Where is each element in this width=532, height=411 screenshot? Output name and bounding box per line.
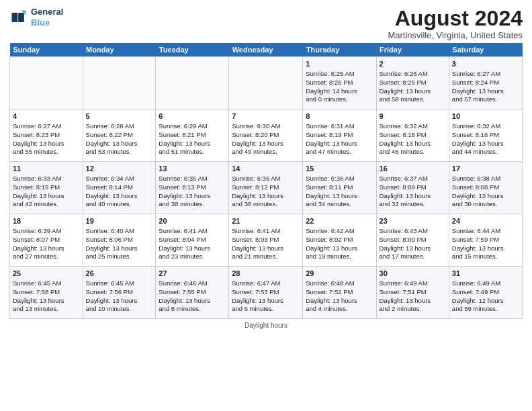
location: Martinsville, Virginia, United States <box>388 30 523 40</box>
day-number: 18 <box>13 216 80 226</box>
day-number: 22 <box>306 216 373 226</box>
day-info: Sunrise: 6:32 AM <box>452 122 519 131</box>
day-info: Sunset: 8:22 PM <box>86 131 153 140</box>
day-info: Daylight: 13 hours <box>232 192 300 201</box>
day-info: Sunset: 8:02 PM <box>306 236 373 244</box>
day-info: Sunset: 8:18 PM <box>380 131 446 140</box>
calendar-cell: 5Sunrise: 6:28 AMSunset: 8:22 PMDaylight… <box>83 109 156 162</box>
week-row-4: 18Sunrise: 6:39 AMSunset: 8:07 PMDayligh… <box>10 214 523 267</box>
day-number: 21 <box>232 216 300 226</box>
day-number: 4 <box>13 111 80 122</box>
day-info: Sunset: 8:12 PM <box>232 183 300 192</box>
day-info: Sunrise: 6:33 AM <box>13 175 80 183</box>
day-info: Sunset: 8:21 PM <box>159 131 226 140</box>
day-info: Daylight: 13 hours <box>306 244 373 253</box>
day-info: Daylight: 13 hours <box>13 192 80 201</box>
day-info: Sunrise: 6:36 AM <box>306 175 373 183</box>
day-info: and 25 minutes. <box>86 253 153 261</box>
calendar-cell: 3Sunrise: 6:27 AMSunset: 8:24 PMDaylight… <box>449 57 522 109</box>
day-info: and 58 minutes. <box>380 95 446 104</box>
day-info: Daylight: 13 hours <box>13 297 80 306</box>
day-info: and 40 minutes. <box>86 200 153 209</box>
day-info: Daylight: 13 hours <box>452 244 519 253</box>
day-info: and 17 minutes. <box>380 253 446 261</box>
day-info: and 49 minutes. <box>232 148 300 156</box>
day-info: Sunrise: 6:29 AM <box>159 122 226 131</box>
calendar-cell: 4Sunrise: 6:27 AMSunset: 8:23 PMDaylight… <box>10 109 83 162</box>
day-info: Daylight: 13 hours <box>452 140 519 148</box>
calendar-cell: 14Sunrise: 6:36 AMSunset: 8:12 PMDayligh… <box>229 162 303 214</box>
calendar-cell: 27Sunrise: 6:46 AMSunset: 7:55 PMDayligh… <box>156 267 229 319</box>
day-number: 17 <box>452 164 519 174</box>
day-number: 14 <box>232 164 300 174</box>
day-info: Sunrise: 6:31 AM <box>306 122 373 131</box>
calendar-cell: 20Sunrise: 6:41 AMSunset: 8:04 PMDayligh… <box>156 214 229 267</box>
day-number: 1 <box>306 59 373 69</box>
day-info: and 19 minutes. <box>306 253 373 261</box>
day-info: Sunrise: 6:46 AM <box>159 279 226 288</box>
day-info: and 2 minutes. <box>380 305 446 314</box>
day-info: and 10 minutes. <box>86 305 153 314</box>
day-number: 27 <box>159 269 226 279</box>
calendar-cell: 22Sunrise: 6:42 AMSunset: 8:02 PMDayligh… <box>303 214 376 267</box>
day-info: and 57 minutes. <box>452 95 519 104</box>
day-info: Sunrise: 6:41 AM <box>232 227 300 236</box>
col-thursday: Thursday <box>303 43 376 57</box>
day-info: Sunset: 8:23 PM <box>13 131 80 140</box>
calendar-cell: 2Sunrise: 6:26 AMSunset: 8:25 PMDaylight… <box>376 57 449 109</box>
svg-rect-2 <box>18 13 24 22</box>
day-info: and 55 minutes. <box>13 148 80 156</box>
calendar-cell <box>229 57 303 109</box>
page-container: General Blue August 2024 Martinsville, V… <box>0 0 532 333</box>
day-info: Sunrise: 6:27 AM <box>452 70 519 79</box>
calendar-cell: 17Sunrise: 6:38 AMSunset: 8:08 PMDayligh… <box>449 162 522 214</box>
day-number: 9 <box>380 111 446 122</box>
day-info: Sunset: 7:55 PM <box>159 288 226 297</box>
week-row-3: 11Sunrise: 6:33 AMSunset: 8:15 PMDayligh… <box>10 162 523 214</box>
day-info: Daylight: 13 hours <box>159 297 226 306</box>
day-info: Daylight: 13 hours <box>13 140 80 148</box>
day-number: 13 <box>159 164 226 174</box>
day-info: Daylight: 13 hours <box>306 140 373 148</box>
day-info: Daylight: 13 hours <box>232 140 300 148</box>
day-info: and 51 minutes. <box>159 148 226 156</box>
day-info: Sunrise: 6:41 AM <box>159 227 226 236</box>
day-info: Sunset: 7:52 PM <box>306 288 373 297</box>
day-info: Sunset: 8:20 PM <box>232 131 300 140</box>
calendar-cell: 13Sunrise: 6:35 AMSunset: 8:13 PMDayligh… <box>156 162 229 214</box>
header-row: Sunday Monday Tuesday Wednesday Thursday… <box>10 43 523 57</box>
day-info: Daylight: 13 hours <box>306 297 373 306</box>
footer-note: Daylight hours <box>9 322 523 329</box>
day-info: Daylight: 13 hours <box>380 140 446 148</box>
day-info: Daylight: 13 hours <box>159 192 226 201</box>
day-info: Sunset: 8:03 PM <box>232 236 300 244</box>
day-info: and 4 minutes. <box>306 305 373 314</box>
day-info: Sunrise: 6:49 AM <box>380 279 446 288</box>
day-info: and 23 minutes. <box>159 253 226 261</box>
day-number: 20 <box>159 216 226 226</box>
day-info: Sunrise: 6:36 AM <box>232 175 300 183</box>
day-info: Sunrise: 6:45 AM <box>13 279 80 288</box>
day-number: 5 <box>86 111 153 122</box>
svg-rect-1 <box>12 13 18 22</box>
calendar-cell: 6Sunrise: 6:29 AMSunset: 8:21 PMDaylight… <box>156 109 229 162</box>
day-info: Sunset: 8:11 PM <box>306 183 373 192</box>
day-info: Daylight: 13 hours <box>452 192 519 201</box>
calendar-cell: 7Sunrise: 6:30 AMSunset: 8:20 PMDaylight… <box>229 109 303 162</box>
day-info: Sunset: 8:00 PM <box>380 236 446 244</box>
day-info: Sunset: 8:19 PM <box>306 131 373 140</box>
day-info: Sunset: 7:56 PM <box>86 288 153 297</box>
day-info: and 53 minutes. <box>86 148 153 156</box>
logo: General Blue <box>9 7 63 28</box>
calendar-cell: 23Sunrise: 6:43 AMSunset: 8:00 PMDayligh… <box>376 214 449 267</box>
day-info: Sunrise: 6:34 AM <box>86 175 153 183</box>
day-number: 26 <box>86 269 153 279</box>
day-info: Daylight: 13 hours <box>159 140 226 148</box>
calendar-table: Sunday Monday Tuesday Wednesday Thursday… <box>9 43 523 319</box>
day-info: Sunset: 8:06 PM <box>86 236 153 244</box>
day-number: 6 <box>159 111 226 122</box>
day-number: 23 <box>380 216 446 226</box>
day-number: 28 <box>232 269 300 279</box>
day-info: Sunrise: 6:25 AM <box>306 70 373 79</box>
day-info: Sunset: 8:13 PM <box>159 183 226 192</box>
